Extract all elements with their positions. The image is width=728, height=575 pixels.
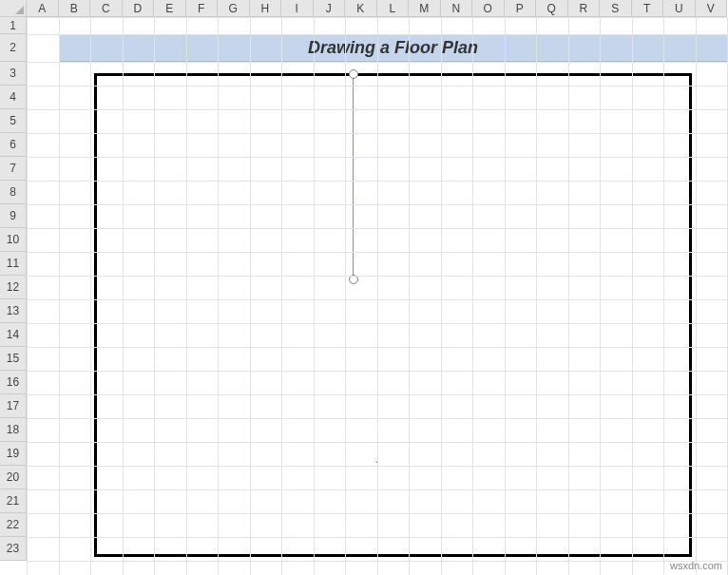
col-header[interactable]: C bbox=[90, 0, 123, 17]
row-header[interactable]: 17 bbox=[0, 394, 27, 418]
col-header[interactable]: N bbox=[441, 0, 473, 17]
col-header[interactable]: A bbox=[27, 0, 59, 17]
title-text: Drawing a Floor Plan bbox=[308, 38, 478, 58]
col-header[interactable]: Q bbox=[536, 0, 568, 17]
col-header[interactable]: L bbox=[377, 0, 410, 17]
row-header[interactable]: 9 bbox=[0, 204, 27, 228]
row-header[interactable]: 19 bbox=[0, 442, 27, 466]
col-header[interactable]: T bbox=[632, 0, 664, 17]
col-header[interactable]: F bbox=[186, 0, 219, 17]
col-header[interactable]: E bbox=[154, 0, 186, 17]
row-header[interactable]: 13 bbox=[0, 299, 27, 323]
col-header[interactable]: M bbox=[409, 0, 441, 17]
col-header[interactable]: B bbox=[59, 0, 91, 17]
row-header[interactable]: 20 bbox=[0, 466, 27, 489]
col-header[interactable]: U bbox=[663, 0, 696, 17]
col-header[interactable]: O bbox=[472, 0, 505, 17]
col-header[interactable]: I bbox=[281, 0, 314, 17]
row-header[interactable]: 1 bbox=[0, 17, 27, 34]
floor-plan-rectangle-shape[interactable] bbox=[94, 73, 692, 557]
shape-handle-top[interactable] bbox=[349, 69, 358, 79]
spreadsheet-viewport: A B C D E F G H I J K L M N O P Q R S T … bbox=[0, 0, 728, 575]
row-header[interactable]: 11 bbox=[0, 252, 27, 276]
col-header[interactable]: V bbox=[696, 0, 728, 17]
row-header[interactable]: 15 bbox=[0, 347, 27, 371]
row-header[interactable]: 14 bbox=[0, 323, 27, 347]
row-headers: 1 2 3 4 5 6 7 8 9 10 11 12 13 14 15 16 1… bbox=[0, 17, 27, 561]
row-header[interactable]: 8 bbox=[0, 181, 27, 204]
row-header[interactable]: 23 bbox=[0, 537, 27, 561]
row-header[interactable]: 3 bbox=[0, 62, 27, 86]
cell-grid[interactable]: Drawing a Floor Plan ` bbox=[27, 17, 728, 575]
col-header[interactable]: D bbox=[123, 0, 155, 17]
watermark-text: wsxdn.com bbox=[670, 560, 722, 571]
col-header[interactable]: J bbox=[314, 0, 346, 17]
row-header[interactable]: 10 bbox=[0, 228, 27, 252]
row-header[interactable]: 18 bbox=[0, 418, 27, 442]
column-headers: A B C D E F G H I J K L M N O P Q R S T … bbox=[27, 0, 727, 17]
row-header[interactable]: 6 bbox=[0, 133, 27, 157]
col-header[interactable]: P bbox=[505, 0, 537, 17]
col-header[interactable]: S bbox=[600, 0, 632, 17]
row-header[interactable]: 7 bbox=[0, 157, 27, 181]
row-header[interactable]: 12 bbox=[0, 276, 27, 299]
col-header[interactable]: G bbox=[218, 0, 250, 17]
col-header[interactable]: K bbox=[345, 0, 377, 17]
row-header[interactable]: 4 bbox=[0, 86, 27, 109]
row-header[interactable]: 5 bbox=[0, 109, 27, 133]
interior-wall-line-shape[interactable] bbox=[353, 74, 354, 279]
select-all-corner[interactable] bbox=[0, 0, 27, 17]
row-header[interactable]: 22 bbox=[0, 513, 27, 537]
row-header[interactable]: 16 bbox=[0, 371, 27, 394]
col-header[interactable]: H bbox=[250, 0, 282, 17]
row-header[interactable]: 21 bbox=[0, 489, 27, 513]
title-merged-cell[interactable]: Drawing a Floor Plan bbox=[59, 34, 728, 62]
col-header[interactable]: R bbox=[568, 0, 601, 17]
row-header[interactable]: 2 bbox=[0, 34, 27, 62]
